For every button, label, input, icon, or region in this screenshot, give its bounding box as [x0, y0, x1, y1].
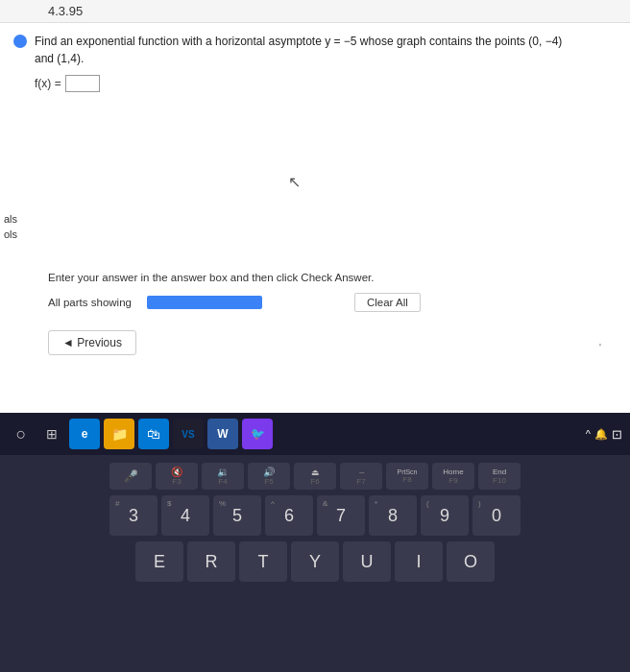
chevron-up-icon[interactable]: ^ — [586, 428, 591, 440]
key-4[interactable]: $ 4 — [161, 495, 209, 536]
number-row: # 3 $ 4 % 5 ^ 6 & 7 * 8 ( 9 ) 0 — [6, 495, 624, 536]
section-number-bar: 4.3.95 — [0, 0, 630, 23]
question-section: Find an exponential function with a hori… — [0, 23, 630, 102]
key-0[interactable]: ) 0 — [472, 495, 521, 536]
instruction-text: Enter your answer in the answer box and … — [48, 272, 611, 283]
taskbar-right: ^ 🔔 ⊡ — [586, 427, 622, 442]
key-6[interactable]: ^ 6 — [265, 495, 313, 536]
als-label: als — [0, 211, 21, 227]
sys-tray: ^ 🔔 ⊡ — [586, 427, 622, 442]
keyboard-area: 🎤 🔇 F3 🔉 F4 🔊 F5 ⏏ F6 ⏤ F7 PrtScn F8 Hom… — [0, 455, 630, 672]
key-mic[interactable]: 🎤 — [109, 463, 152, 490]
key-t[interactable]: T — [239, 541, 287, 582]
bottom-section: Enter your answer in the answer box and … — [48, 272, 611, 312]
key-u[interactable]: U — [343, 541, 391, 582]
question-header: Find an exponential function with a hori… — [13, 33, 582, 67]
fx-label: f(x) = — [35, 77, 61, 90]
key-3[interactable]: # 3 — [109, 495, 158, 536]
key-y[interactable]: Y — [291, 541, 339, 582]
all-parts-row: All parts showing Clear All — [48, 293, 611, 312]
key-i[interactable]: I — [395, 541, 443, 582]
search-bar-icon[interactable]: ○ — [8, 420, 35, 447]
store-taskbar-app[interactable]: 🛍 — [138, 419, 169, 449]
key-8[interactable]: * 8 — [369, 495, 417, 536]
key-f6[interactable]: ⏏ F6 — [294, 463, 336, 490]
key-f3[interactable]: 🔇 F3 — [156, 463, 198, 490]
key-9[interactable]: ( 9 — [421, 495, 469, 536]
key-home[interactable]: Home F9 — [432, 463, 474, 490]
screen-icon[interactable]: ⊡ — [612, 427, 622, 442]
letter-row: E R T Y U I O — [6, 541, 624, 582]
key-f5[interactable]: 🔊 F5 — [248, 463, 290, 490]
key-f7[interactable]: ⏤ F7 — [340, 463, 382, 490]
left-labels: als ols — [0, 211, 21, 242]
key-r[interactable]: R — [187, 541, 235, 582]
notification-icon[interactable]: 🔔 — [594, 428, 608, 441]
fx-line: f(x) = — [35, 75, 582, 92]
vscode-taskbar-app[interactable]: VS — [173, 419, 204, 449]
task-view-icon[interactable]: ⊞ — [38, 420, 65, 447]
answer-input-box[interactable] — [65, 75, 100, 92]
taskbar: ○ ⊞ e 📁 🛍 VS W 🐦 ^ 🔔 ⊡ — [0, 413, 630, 455]
files-taskbar-app[interactable]: 📁 — [104, 419, 134, 449]
key-5[interactable]: % 5 — [213, 495, 261, 536]
tick-mark: ' — [599, 343, 601, 353]
question-text: Find an exponential function with a hori… — [35, 33, 582, 67]
word-taskbar-app[interactable]: W — [207, 419, 238, 449]
key-7[interactable]: & 7 — [317, 495, 365, 536]
question-indicator-dot — [13, 35, 27, 48]
cursor-icon: ↖ — [288, 173, 301, 191]
previous-button[interactable]: ◄ Previous — [48, 330, 136, 355]
all-parts-label: All parts showing — [48, 297, 132, 308]
section-number: 4.3.95 — [48, 4, 83, 18]
main-content: 4.3.95 Find an exponential function with… — [0, 0, 630, 413]
fn-row: 🎤 🔇 F3 🔉 F4 🔊 F5 ⏏ F6 ⏤ F7 PrtScn F8 Hom… — [6, 463, 624, 490]
clear-all-button[interactable]: Clear All — [354, 293, 421, 312]
edge-taskbar-app[interactable]: e — [69, 419, 100, 449]
progress-bar — [147, 296, 262, 309]
teams-taskbar-app[interactable]: 🐦 — [242, 419, 273, 449]
key-prtscn[interactable]: PrtScn F8 — [386, 463, 428, 490]
key-o[interactable]: O — [447, 541, 495, 582]
key-e[interactable]: E — [135, 541, 183, 582]
key-f4[interactable]: 🔉 F4 — [202, 463, 244, 490]
ols-label: ols — [0, 227, 21, 242]
key-end[interactable]: End F10 — [478, 463, 521, 490]
